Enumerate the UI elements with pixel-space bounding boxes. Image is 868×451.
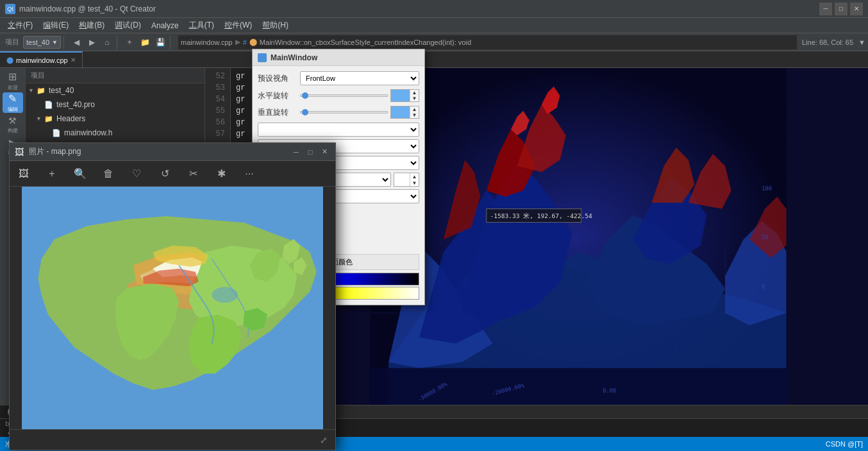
window-title: mainwindow.cpp @ test_40 - Qt Creator <box>19 4 819 13</box>
location-text: MainWindow::on_cboxSurfaceStyle_currentI… <box>260 38 471 46</box>
h-rotate-spinbox[interactable]: ▲ ▼ <box>390 89 419 102</box>
tree-item-root[interactable]: ▼ 📁 test_40 <box>26 83 204 98</box>
photo-icon: 🖼 <box>15 147 24 157</box>
svg-text:0.00: 0.00 <box>603 387 616 394</box>
window-controls: ─ □ ✕ <box>819 3 863 15</box>
dialog-icon <box>258 53 267 62</box>
v-rotate-row: 垂直旋转 ▲ ▼ <box>258 106 419 119</box>
photo-tool-add[interactable]: + <box>43 165 61 183</box>
photo-canvas <box>10 187 335 429</box>
svg-text:100: 100 <box>762 185 772 192</box>
h-rotate-slider[interactable] <box>300 94 388 97</box>
menu-controls[interactable]: 控件(W) <box>219 19 257 32</box>
minimize-button[interactable]: ─ <box>819 3 832 15</box>
v-rotate-up[interactable]: ▲ <box>410 106 419 112</box>
project-label: 项目 <box>3 37 22 47</box>
svg-rect-34 <box>370 368 786 405</box>
svg-point-56 <box>212 287 238 303</box>
spinbox-right[interactable]: ▲ ▼ <box>394 173 419 187</box>
photo-tool-view[interactable]: 🖼 <box>15 165 33 183</box>
map-svg <box>10 187 335 429</box>
pro-file-icon: 📄 <box>44 99 54 110</box>
menu-build[interactable]: 构建(B) <box>74 19 110 32</box>
app-icon: Qt <box>5 4 15 14</box>
close-button[interactable]: ✕ <box>850 3 863 15</box>
nav-group: ◀ ▶ ⌂ <box>69 35 117 49</box>
file-tab-bar: ⬤ mainwindow.cpp ✕ <box>0 51 868 68</box>
photo-minimize[interactable]: ─ <box>290 146 302 158</box>
photo-title: 照片 - map.png <box>29 146 285 157</box>
photo-tool-enhance[interactable]: ✱ <box>212 165 230 183</box>
tree-item-mainwindow-h[interactable]: 📄 mainwindow.h <box>26 126 204 140</box>
photo-window-controls: ─ □ ✕ <box>290 146 330 158</box>
folder-icon: 📁 <box>36 85 46 96</box>
v-rotate-slider[interactable] <box>300 111 388 114</box>
photo-close[interactable]: ✕ <box>319 146 330 158</box>
nav-edit[interactable]: ✎ 编辑 <box>3 92 23 113</box>
tab-close-button[interactable]: ✕ <box>71 56 76 64</box>
title-bar: Qt mainwindow.cpp @ test_40 - Qt Creator… <box>0 0 868 18</box>
save-button[interactable]: 💾 <box>153 35 167 49</box>
maximize-button[interactable]: □ <box>835 3 847 15</box>
menu-debug[interactable]: 调试(D) <box>110 19 146 32</box>
open-button[interactable]: 📁 <box>138 35 152 49</box>
photo-bottom-bar: ⤢ <box>10 429 335 450</box>
expand-button[interactable]: ⤢ <box>317 434 330 447</box>
line-col-display: Line: 68, Col: 65 ▼ <box>802 38 865 46</box>
photo-tool-favorite[interactable]: ♡ <box>128 165 146 183</box>
home-button[interactable]: ⌂ <box>100 35 114 49</box>
photo-title-bar: 🖼 照片 - map.png ─ □ ✕ <box>10 143 335 161</box>
photo-toolbar: 🖼 + 🔍 🗑 ♡ ↺ ✂ ✱ ··· <box>10 161 335 187</box>
menu-analyze[interactable]: Analyze <box>146 20 184 31</box>
new-button[interactable]: + <box>122 35 137 49</box>
preset-select[interactable]: FrontLow <box>300 71 419 85</box>
h-file-icon: 📄 <box>51 128 62 138</box>
main-toolbar: 项目 test_40 ▼ ◀ ▶ ⌂ + 📁 💾 mainwindow.cpp … <box>0 33 868 51</box>
project-dropdown[interactable]: test_40 ▼ <box>23 36 61 49</box>
nav-welcome[interactable]: ⊞ 欢迎 <box>3 71 23 91</box>
h-rotate-up[interactable]: ▲ <box>410 90 419 96</box>
menu-edit[interactable]: 编辑(E) <box>38 19 74 32</box>
tree-header: 项目 <box>26 68 204 83</box>
svg-text:50: 50 <box>762 234 768 241</box>
tree-item-pro[interactable]: 📄 test_40.pro <box>26 98 204 112</box>
dialog-title-bar: MainWindow <box>253 49 424 66</box>
v-rotate-down[interactable]: ▼ <box>410 112 419 118</box>
menu-help[interactable]: 帮助(H) <box>257 19 294 32</box>
menu-file[interactable]: 文件(F) <box>3 19 38 32</box>
nav-build[interactable]: ⚒ 构建 <box>3 114 23 135</box>
tab-mainwindow-cpp[interactable]: ⬤ mainwindow.cpp ✕ <box>0 51 83 67</box>
menu-bar: 文件(F) 编辑(E) 构建(B) 调试(D) Analyze 工具(T) 控件… <box>0 18 868 33</box>
file-path-bar: mainwindow.cpp ▶ # ⬤ MainWindow::on_cbox… <box>178 35 797 49</box>
svg-text:-1583.33 米, 192.67, -422.54: -1583.33 米, 192.67, -422.54 <box>490 212 592 219</box>
headers-folder-icon: 📁 <box>44 114 54 124</box>
forward-button[interactable]: ▶ <box>85 35 99 49</box>
preset-view-row: 预设视角 FrontLow <box>258 71 419 85</box>
photo-tool-crop[interactable]: ✂ <box>184 165 202 183</box>
v-rotate-spinbox[interactable]: ▲ ▼ <box>390 106 419 119</box>
back-button[interactable]: ◀ <box>69 35 83 49</box>
dropdown-1[interactable] <box>258 123 419 137</box>
photo-window: 🖼 照片 - map.png ─ □ ✕ 🖼 + 🔍 🗑 ♡ ↺ ✂ ✱ ··· <box>9 142 336 450</box>
spinbox-down-btn[interactable]: ▼ <box>410 180 419 186</box>
project-group: 项目 test_40 ▼ <box>3 36 64 49</box>
h-rotate-row: 水平旋转 ▲ ▼ <box>258 89 419 102</box>
menu-tools[interactable]: 工具(T) <box>184 19 219 32</box>
svg-text:0: 0 <box>762 284 765 290</box>
spinbox-up-btn[interactable]: ▲ <box>410 173 419 180</box>
photo-tool-more[interactable]: ··· <box>240 165 258 183</box>
h-rotate-down[interactable]: ▼ <box>410 96 419 101</box>
tree-item-headers[interactable]: ▼ 📁 Headers <box>26 112 204 126</box>
action-group: + 📁 💾 <box>122 35 171 49</box>
photo-maximize[interactable]: □ <box>305 146 316 158</box>
photo-tool-delete[interactable]: 🗑 <box>99 165 117 183</box>
photo-tool-rotate[interactable]: ↺ <box>156 165 174 183</box>
photo-tool-zoom[interactable]: 🔍 <box>71 165 89 183</box>
